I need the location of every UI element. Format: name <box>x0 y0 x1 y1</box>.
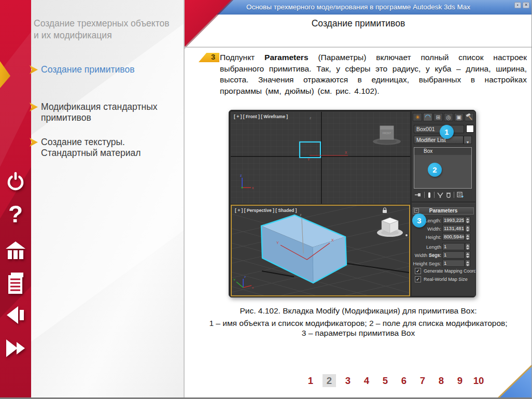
paragraph: Подпункт Parameters (Параметры) включает… <box>220 52 527 96</box>
figure-caption: Рис. 4.102. Вкладка Modify (Модификация)… <box>185 306 532 338</box>
caption-legend-2: 3 – параметры примитива Box <box>185 328 532 338</box>
page-number-9[interactable]: 9 <box>453 374 467 387</box>
page-number-10[interactable]: 10 <box>472 374 485 387</box>
spinner-icon <box>465 225 470 232</box>
next-icon[interactable] <box>0 339 31 358</box>
viewport-label: [ + ] [ Perspective ] [ Shaded ] <box>235 208 297 213</box>
modifier-list-dropdown: Modifier List <box>414 136 464 144</box>
svg-text:z: z <box>300 213 302 217</box>
checkbox-checked-icon <box>415 276 421 282</box>
sidebar-facet <box>31 0 184 397</box>
close-button[interactable]: ✕ <box>523 2 529 8</box>
command-panel-tabs <box>413 113 474 121</box>
sidebar-item-label: Модификация стандартных примитивов <box>41 102 176 123</box>
application-window: ? Создание трехмерных объектов и их моди… <box>0 0 532 399</box>
remove-modifier-icon <box>446 192 451 198</box>
modifier-stack-tools <box>413 191 474 199</box>
callout-badge-2: 2 <box>428 163 442 177</box>
svg-text:z: z <box>240 174 242 177</box>
help-icon[interactable]: ? <box>0 202 31 226</box>
svg-text:Y: Y <box>307 158 310 161</box>
make-unique-icon <box>437 192 443 198</box>
parameters-header: - Parameters <box>413 207 474 215</box>
height-segs-row: Height Segs: 1 <box>413 260 474 267</box>
length-segs-row: Length Segs: 1 <box>413 243 474 251</box>
create-tab-icon <box>413 113 422 121</box>
page-number-8[interactable]: 8 <box>435 374 448 387</box>
sidebar-item-label: Создание текстуры. Стандартный материал <box>41 137 176 159</box>
red-toolbar-strip: ? <box>0 0 31 397</box>
width-value: 1131,481 <box>442 225 465 232</box>
window-title: Основы трехмерного моделирования в прогр… <box>185 0 532 14</box>
rollout-title: Parameters <box>413 208 473 214</box>
panel-divider <box>412 202 475 203</box>
height-row: Height: 800,594m <box>413 233 474 241</box>
command-panel: Box001 Modifier List Box <box>412 111 475 296</box>
svg-text:X: X <box>345 151 347 154</box>
page-number-2-current[interactable]: 2 <box>323 374 336 387</box>
page-number-6[interactable]: 6 <box>397 374 411 387</box>
checkbox-checked-icon <box>415 268 421 274</box>
page-number-4[interactable]: 4 <box>360 374 373 387</box>
width-segs-value: 1 <box>442 251 465 259</box>
caption-title: Рис. 4.102. Вкладка Modify (Модификация)… <box>185 306 532 316</box>
home-icon[interactable] <box>0 240 31 261</box>
sidebar-item-modifying-primitives[interactable]: Модификация стандартных примитивов <box>30 102 176 123</box>
generate-mapping-checkbox: Generate Mapping Coords. <box>415 268 476 274</box>
svg-text:x: x <box>252 286 254 289</box>
page-number-5[interactable]: 5 <box>379 374 392 387</box>
modify-tab-icon <box>423 113 432 121</box>
spinner-icon <box>465 260 470 267</box>
sidebar-item-creating-primitives[interactable]: Создание примитивов <box>30 64 176 75</box>
motion-tab-icon <box>444 113 453 121</box>
svg-text:Y: Y <box>276 241 279 245</box>
header-divider <box>185 47 532 48</box>
pin-stack-icon <box>415 192 422 198</box>
contents-icon[interactable] <box>0 272 31 295</box>
arrow-marker-icon <box>30 103 38 111</box>
object-color-swatch <box>466 125 474 133</box>
stack-item: Box <box>414 148 471 155</box>
window-titlebar: Основы трехмерного моделирования в прогр… <box>185 0 532 15</box>
bold-term: Parameters <box>264 53 308 62</box>
svg-text:X: X <box>331 238 334 242</box>
sidebar-item-creating-texture[interactable]: Создание текстуры. Стандартный материал <box>30 137 176 159</box>
minimize-button[interactable]: ▪ <box>514 2 521 8</box>
front-viewport: z Y X z x FRONT [ + ] [ Front ] [ Wirefr… <box>231 112 410 204</box>
power-icon[interactable] <box>0 171 31 193</box>
figure-3dsmax-screenshot: z Y X z x FRONT [ + ] [ Front ] [ Wirefr… <box>229 110 476 297</box>
viewport-label: [ + ] [ Front ] [ Wireframe ] <box>234 114 288 119</box>
page-number-3[interactable]: 3 <box>341 374 355 387</box>
page-title: Создание примитивов <box>185 18 532 29</box>
svg-text:Y: Y <box>233 278 235 281</box>
length-value: 1993,225 <box>442 217 465 224</box>
step-number-badge: 3 <box>199 53 219 62</box>
sidebar-item-label: Создание примитивов <box>41 64 176 75</box>
sidebar: Создание трехмерных объектов и их модифи… <box>31 0 185 397</box>
callout-badge-3: 3 <box>412 213 426 227</box>
prev-icon[interactable] <box>0 306 31 324</box>
spinner-icon <box>465 251 470 259</box>
main-content: Основы трехмерного моделирования в прогр… <box>185 0 532 397</box>
spinner-icon <box>465 233 470 240</box>
length-segs-value: 1 <box>442 243 465 250</box>
caption-legend-1: 1 – имя объекта и список модификаторов; … <box>185 318 532 328</box>
height-value: 800,594m <box>442 233 465 240</box>
width-segs-row: Width Segs: 1 <box>413 251 474 259</box>
show-end-result-icon <box>427 192 431 198</box>
object-name-field: Box001 <box>414 125 464 133</box>
course-section-title: Создание трехмерных объектов и их модифи… <box>34 18 171 41</box>
svg-text:FRONT: FRONT <box>383 132 391 135</box>
spinner-icon <box>465 243 470 250</box>
configure-modifier-sets-icon <box>457 192 464 198</box>
svg-text:z: z <box>310 116 311 120</box>
gold-flag-icon <box>199 53 219 62</box>
dropdown-arrow-icon <box>464 136 472 144</box>
display-tab-icon <box>454 113 464 121</box>
step-number: 3 <box>211 53 215 61</box>
perspective-viewport: z Y X z x Y <box>231 205 410 296</box>
page-number-1[interactable]: 1 <box>304 374 317 387</box>
real-world-map-checkbox: Real-World Map Size <box>415 276 468 282</box>
callout-badge-1: 1 <box>440 125 454 139</box>
page-number-7[interactable]: 7 <box>416 374 429 387</box>
